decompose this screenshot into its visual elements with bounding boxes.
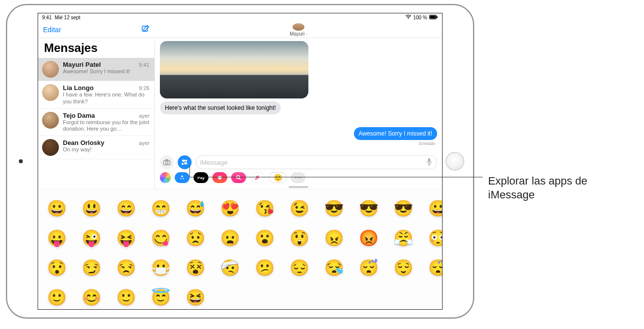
thread-time: ayer bbox=[139, 140, 149, 146]
sticker-item[interactable]: 😳 bbox=[428, 228, 443, 248]
avatar bbox=[42, 61, 59, 78]
sticker-item[interactable]: 😇 bbox=[151, 287, 171, 307]
sticker-item[interactable]: 😅 bbox=[186, 198, 205, 218]
sticker-item[interactable]: 😌 bbox=[394, 258, 413, 278]
thread-list[interactable]: Mayuri Patel 9:41 Awesome! Sorry I misse… bbox=[38, 58, 154, 159]
top-header: Editar Mayuri › bbox=[38, 21, 442, 38]
contact-name: Mayuri bbox=[290, 31, 304, 37]
status-bar: 9:41 Mié 12 sept 100 % bbox=[38, 13, 442, 21]
thread-item[interactable]: Mayuri Patel 9:41 Awesome! Sorry I misse… bbox=[38, 58, 154, 81]
sticker-item[interactable]: 🙂 bbox=[47, 287, 67, 307]
stickers-app-icon[interactable]: 🙂 bbox=[269, 172, 287, 183]
sticker-item[interactable]: 😮 bbox=[255, 228, 275, 248]
digitaltouch-app-icon[interactable] bbox=[212, 172, 227, 183]
app-drawer: Pay 🙂 bbox=[155, 170, 442, 186]
sticker-item[interactable]: 😜 bbox=[82, 228, 101, 248]
messages-scroll[interactable]: Here's what the sunset looked like tonig… bbox=[155, 38, 442, 153]
svg-point-9 bbox=[237, 176, 240, 179]
photos-app-icon[interactable] bbox=[160, 172, 171, 183]
thread-time: ayer bbox=[139, 113, 149, 119]
sticker-item[interactable]: 😝 bbox=[116, 228, 136, 248]
outgoing-bubble[interactable]: Awesome! Sorry I missed it! bbox=[354, 127, 438, 140]
sticker-item[interactable]: 😍 bbox=[220, 198, 240, 218]
sticker-item[interactable]: 😆 bbox=[186, 287, 205, 307]
sticker-item[interactable]: 😘 bbox=[255, 198, 275, 218]
photo-message[interactable] bbox=[160, 41, 308, 98]
front-camera bbox=[19, 159, 23, 163]
compose-button[interactable] bbox=[141, 24, 150, 35]
thread-time: 9:41 bbox=[139, 62, 149, 68]
callout-text: Explorar las apps de iMessage bbox=[488, 174, 637, 201]
chevron-right-icon: › bbox=[305, 31, 307, 37]
sticker-item[interactable]: 😟 bbox=[186, 228, 205, 248]
sticker-item[interactable]: 😔 bbox=[290, 258, 309, 278]
svg-point-11 bbox=[295, 177, 296, 178]
sticker-item[interactable]: 😯 bbox=[47, 258, 67, 278]
sticker-item[interactable]: 😕 bbox=[255, 258, 275, 278]
sticker-item[interactable]: 😋 bbox=[151, 228, 171, 248]
sidebar-header: Editar bbox=[38, 21, 155, 38]
avatar bbox=[42, 112, 59, 129]
sticker-panel: 😀😃😄😁😅😍😘😉😎😎😎😀😛😜😝😋😟😦😮😲😠😡😤😳😯😏😒😷😵🤕😕😔😪😴😌😴🙂😊🙂😇… bbox=[38, 189, 442, 309]
thread-preview: I have a few. Here's one. What do you th… bbox=[63, 92, 149, 105]
ipad-device-frame: 9:41 Mié 12 sept 100 % Editar bbox=[6, 4, 474, 319]
svg-point-5 bbox=[165, 161, 168, 164]
avatar bbox=[42, 84, 59, 101]
thread-item[interactable]: Tejo Dama ayer Forgot to reimburse you f… bbox=[38, 109, 154, 137]
sticker-item[interactable]: 😤 bbox=[394, 228, 413, 248]
edit-button[interactable]: Editar bbox=[43, 26, 61, 34]
sticker-item[interactable]: 😲 bbox=[290, 228, 309, 248]
camera-button[interactable] bbox=[160, 155, 174, 169]
drawer-handle[interactable] bbox=[289, 186, 308, 188]
status-time: 9:41 bbox=[42, 15, 51, 20]
sticker-item[interactable]: 😎 bbox=[359, 198, 379, 218]
sticker-item[interactable]: 😏 bbox=[82, 258, 101, 278]
sticker-item[interactable]: 😪 bbox=[324, 258, 344, 278]
sticker-item[interactable]: 🤕 bbox=[220, 258, 240, 278]
thread-preview: Awesome! Sorry I missed it! bbox=[63, 68, 149, 75]
more-apps-icon[interactable] bbox=[291, 172, 305, 183]
sticker-item[interactable]: 😉 bbox=[290, 198, 309, 218]
composer-row: iMessage bbox=[155, 153, 442, 170]
sidebar-title: Mensajes bbox=[38, 38, 154, 58]
sticker-item[interactable]: 😀 bbox=[428, 198, 443, 218]
conversation-header[interactable]: Mayuri › bbox=[155, 21, 442, 38]
sticker-item[interactable]: 😊 bbox=[82, 287, 101, 307]
incoming-bubble[interactable]: Here's what the sunset looked like tonig… bbox=[160, 101, 281, 114]
sticker-item[interactable]: 😀 bbox=[47, 198, 67, 218]
sticker-item[interactable]: 😴 bbox=[428, 258, 443, 278]
sticker-item[interactable]: 😛 bbox=[47, 228, 67, 248]
svg-rect-2 bbox=[437, 16, 438, 18]
sticker-item[interactable]: 😁 bbox=[151, 198, 171, 218]
svg-rect-6 bbox=[428, 158, 430, 162]
applepay-app-icon[interactable]: Pay bbox=[194, 172, 208, 183]
images-app-icon[interactable] bbox=[231, 172, 246, 183]
sticker-item[interactable]: 😴 bbox=[359, 258, 379, 278]
mic-icon[interactable] bbox=[426, 158, 433, 167]
thread-preview: Forgot to reimburse you for the joint do… bbox=[63, 119, 149, 133]
thread-name: Mayuri Patel bbox=[63, 61, 101, 68]
apps-button[interactable] bbox=[178, 155, 192, 169]
sticker-item[interactable]: 🙂 bbox=[116, 287, 136, 307]
sticker-item[interactable]: 😦 bbox=[220, 228, 240, 248]
message-input[interactable]: iMessage bbox=[196, 155, 437, 169]
sticker-item[interactable]: 😎 bbox=[324, 198, 344, 218]
sticker-item[interactable]: 😃 bbox=[82, 198, 101, 218]
battery-percent: 100 % bbox=[413, 15, 427, 20]
thread-item[interactable]: Dean Orlosky ayer On my way! bbox=[38, 136, 154, 159]
sticker-grid: 😀😃😄😁😅😍😘😉😎😎😎😀😛😜😝😋😟😦😮😲😠😡😤😳😯😏😒😷😵🤕😕😔😪😴😌😴🙂😊🙂😇… bbox=[43, 196, 437, 309]
sticker-item[interactable]: 😄 bbox=[116, 198, 136, 218]
thread-name: Lia Longo bbox=[63, 84, 94, 92]
sticker-item[interactable]: 😷 bbox=[151, 258, 171, 278]
message-placeholder: iMessage bbox=[200, 159, 228, 166]
sticker-item[interactable]: 😒 bbox=[116, 258, 136, 278]
music-app-icon[interactable] bbox=[250, 172, 265, 183]
thread-item[interactable]: Lia Longo 9:26 I have a few. Here's one.… bbox=[38, 81, 154, 109]
sticker-item[interactable]: 😡 bbox=[359, 228, 379, 248]
sticker-item[interactable]: 😠 bbox=[324, 228, 344, 248]
home-button[interactable] bbox=[446, 152, 464, 171]
sticker-item[interactable]: 😎 bbox=[394, 198, 413, 218]
wifi-icon bbox=[405, 14, 411, 20]
appstore-app-icon[interactable] bbox=[175, 172, 190, 183]
sticker-item[interactable]: 😵 bbox=[186, 258, 205, 278]
